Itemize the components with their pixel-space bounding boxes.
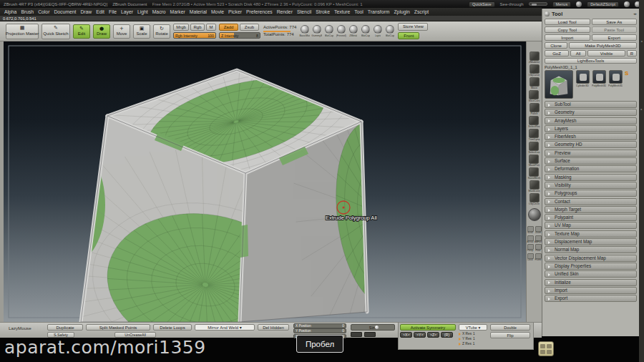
zadd-button[interactable]: Zadd <box>219 24 238 31</box>
quick-pick-item[interactable]: MaskLass <box>528 180 540 192</box>
quick-pick-item[interactable]: NanoMesh <box>528 167 540 180</box>
quick-pick-item[interactable]: TrimDyna <box>529 129 540 141</box>
split-masked-points-button[interactable]: Split Masked Points <box>86 324 150 331</box>
tool-section-header[interactable]: Morph Target <box>545 206 637 213</box>
activate-symmetry-button[interactable]: Activate Symmetry <box>400 324 456 331</box>
menu-item[interactable]: File <box>109 9 117 14</box>
symmetry-axis-button[interactable]: >Z< <box>427 332 439 338</box>
viewport-nav-item[interactable]: Actual <box>527 235 534 244</box>
position-slider[interactable]: Y Position 0 <box>293 328 346 333</box>
res-slider[interactable]: Y Res 1 <box>459 336 487 341</box>
goz-visible-button[interactable]: Visible <box>587 50 625 57</box>
flip-button[interactable]: Flip <box>490 332 530 338</box>
tool-section-header[interactable]: Surface <box>545 157 637 165</box>
right-edge-divider[interactable]: ◂ ▸ <box>639 0 644 362</box>
rgb-button[interactable]: Rgb <box>190 24 205 31</box>
m-button[interactable]: M <box>206 24 216 31</box>
default-zscript-button[interactable]: DefaultZScript <box>587 1 619 7</box>
move-button[interactable]: + Move <box>113 24 130 39</box>
res-slider[interactable]: Z Res 1 <box>459 341 487 346</box>
quick-pick-item[interactable]: ObjCurve <box>529 64 540 77</box>
tool-section-header[interactable]: Texture Map <box>545 230 637 238</box>
export-button[interactable]: Export <box>592 34 638 41</box>
size-value-box[interactable] <box>364 332 376 337</box>
tool-section-header[interactable]: Export <box>545 295 637 302</box>
sphere-icon[interactable] <box>624 1 630 7</box>
viewport-nav-item[interactable]: Frame <box>535 253 542 262</box>
menu-item[interactable]: Document <box>54 9 76 14</box>
symmetry-axis-button[interactable]: >X< <box>400 332 412 338</box>
size-slider[interactable]: Size <box>351 324 395 331</box>
material-swatch[interactable]: Lapis <box>372 25 383 37</box>
menu-item[interactable]: Color <box>38 9 49 14</box>
tool-section-header[interactable]: Deformation <box>545 165 637 172</box>
current-tool-thumb[interactable] <box>545 70 573 99</box>
make-polymesh3d-button[interactable]: Make PolyMesh3D <box>569 42 637 49</box>
edit-button[interactable]: ✎ Edit <box>73 24 90 39</box>
viewport-nav-item[interactable]: Scroll <box>527 226 534 235</box>
quick-pick-item[interactable]: SelectLas <box>529 142 540 154</box>
material-swatch[interactable]: (Fresnel) <box>336 25 346 37</box>
copy-tool-button[interactable]: Copy Tool <box>545 26 590 33</box>
menu-item[interactable]: Alpha <box>4 9 16 14</box>
draw-button[interactable]: ● Draw <box>93 24 110 39</box>
tool-section-header[interactable]: Geometry HD <box>545 141 637 148</box>
tool-section-header[interactable]: Vector Displacement Map <box>545 255 637 262</box>
duplicate-button[interactable]: Duplicate <box>47 324 83 331</box>
menu-item[interactable]: Transform <box>368 9 390 14</box>
viewport-nav-item[interactable]: Zoom <box>535 226 542 235</box>
goz-r-button[interactable]: R <box>627 50 637 57</box>
tool-section-header[interactable]: Geometry <box>545 109 637 116</box>
material-swatch[interactable]: MatCap <box>360 25 371 37</box>
macro-button[interactable] <box>538 341 554 356</box>
tool-section-header[interactable]: Import <box>545 287 637 294</box>
quick-sketch-button[interactable]: ✎ Quick Sketch <box>42 24 70 39</box>
rgb-intensity-slider[interactable]: Rgb Intensity 100 <box>173 32 216 39</box>
rotate-button[interactable]: ↻ Rotate <box>153 24 170 39</box>
import-button[interactable]: Import <box>545 34 590 41</box>
tool-section-header[interactable]: Contact <box>545 198 637 205</box>
viewport-nav-item[interactable]: Floor <box>535 244 542 253</box>
quick-pick-item[interactable]: SliceCurv <box>529 90 540 102</box>
tool-section-header[interactable]: SubTool <box>545 101 637 108</box>
quick-pick-item[interactable]: Polish <box>530 103 540 115</box>
menu-item[interactable]: Light <box>137 9 148 14</box>
quick-pick-item[interactable]: Move <box>530 77 540 89</box>
menu-item[interactable]: Stroke <box>316 9 330 14</box>
material-swatch[interactable]: GummySh <box>311 25 322 37</box>
material-swatch[interactable]: BasicMat <box>299 25 310 37</box>
menu-item[interactable]: Material <box>190 9 207 14</box>
menus-button[interactable]: Menus <box>552 1 572 7</box>
goz-button[interactable]: GoZ <box>545 50 569 57</box>
menu-item[interactable]: Layer <box>121 9 133 14</box>
position-slider[interactable]: X Position 0 <box>293 323 346 328</box>
quick-pick-item[interactable]: ZModeler <box>529 52 540 64</box>
menu-item[interactable]: Marker <box>170 9 185 14</box>
viewport-nav-item[interactable]: Persp <box>527 244 534 253</box>
symmetry-axis-button[interactable]: (R) <box>441 332 453 338</box>
tool-section-header[interactable]: ArrayMesh <box>545 117 637 124</box>
save-as-button[interactable]: Save As <box>592 19 638 25</box>
scale-button[interactable]: ▣ Scale <box>133 24 150 39</box>
simple-brush-icon[interactable]: S <box>625 70 628 77</box>
tool-thumb[interactable]: PolyMesh3D <box>608 70 623 87</box>
double-button[interactable]: Double <box>490 324 530 331</box>
menu-item[interactable]: Macro <box>152 9 166 14</box>
material-swatch[interactable]: MatCap <box>384 25 395 37</box>
palette-collapse-icon[interactable]: ◂▸ <box>633 11 637 16</box>
current-material-thumb[interactable] <box>528 208 541 221</box>
menu-item[interactable]: Texture <box>334 9 350 14</box>
material-swatch[interactable]: MatCap <box>323 25 334 37</box>
goz-all-button[interactable]: All <box>570 50 586 57</box>
menu-item[interactable]: Preferences <box>246 9 273 14</box>
paste-tool-button[interactable]: Paste Tool <box>592 26 638 33</box>
tool-section-header[interactable]: Layers <box>545 125 637 132</box>
menu-item[interactable]: Brush <box>21 9 34 14</box>
menu-item[interactable]: Edit <box>96 9 104 14</box>
tool-thumb[interactable]: Cylinder3D <box>575 70 590 87</box>
tool-section-header[interactable]: UV Map <box>545 222 637 229</box>
quick-pick-item[interactable]: SelectRec <box>528 116 540 128</box>
tool-thumb[interactable]: PolyMesh3D <box>592 70 606 87</box>
material-swatch[interactable]: ZMetal <box>348 25 358 37</box>
mrgb-button[interactable]: Mrgb <box>173 24 189 31</box>
